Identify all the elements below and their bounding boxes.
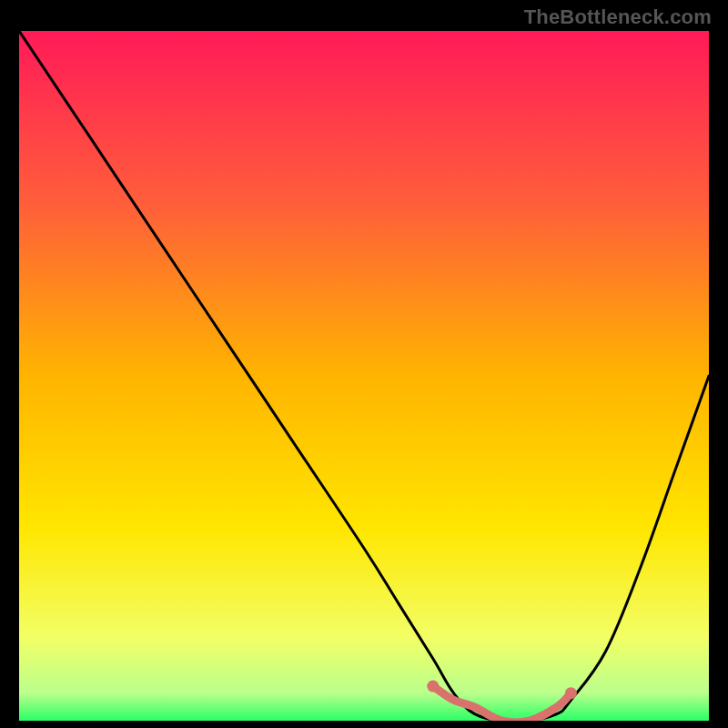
optimal-range-marker [427, 681, 439, 693]
chart-container: TheBottleneck.com [0, 0, 728, 728]
bottleneck-plot [19, 31, 709, 721]
optimal-range-marker [565, 687, 577, 699]
gradient-background [19, 31, 709, 721]
watermark-label: TheBottleneck.com [524, 5, 712, 29]
